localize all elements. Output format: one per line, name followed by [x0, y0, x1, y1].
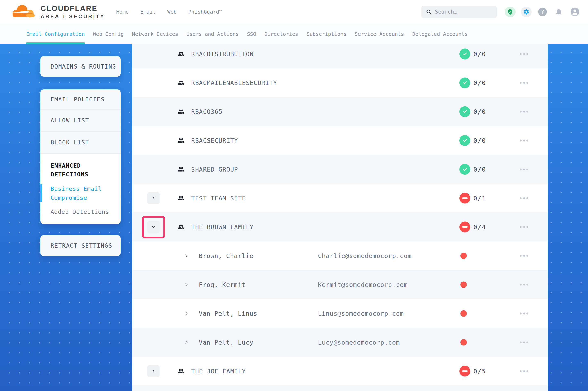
tab-network-devices[interactable]: Network Devices: [132, 24, 178, 44]
search-input[interactable]: [435, 9, 492, 15]
group-icon: [177, 137, 185, 144]
header-actions: ?: [421, 6, 588, 18]
nav-email[interactable]: Email: [140, 9, 155, 15]
brand-subtitle: AREA 1 SECURITY: [40, 13, 105, 19]
group-icon: [177, 166, 185, 173]
sidebar-item-retract-settings[interactable]: RETRACT SETTINGS: [40, 242, 112, 249]
expand-member-button[interactable]: [184, 340, 189, 344]
status-badge-blocked: [459, 366, 470, 377]
sidebar-item-domains-routing[interactable]: DOMAINS & ROUTING: [40, 63, 116, 70]
chevron-right-icon: [151, 369, 156, 373]
sidebar-item-added-detections[interactable]: Added Detections: [40, 208, 121, 215]
row-menu-button[interactable]: [519, 368, 529, 374]
sidebar-item-allow-list[interactable]: ALLOW LIST: [40, 110, 121, 132]
expand-group-button[interactable]: [147, 192, 160, 204]
row-menu-button[interactable]: [519, 253, 529, 259]
nav-home[interactable]: Home: [116, 9, 129, 15]
expand-member-button[interactable]: [184, 311, 189, 315]
account-icon: [570, 7, 580, 16]
sidebar-item-block-list[interactable]: BLOCK LIST: [40, 132, 121, 154]
expand-member-button[interactable]: [184, 254, 189, 258]
status-badge-enabled: [459, 48, 470, 59]
table-row: Frog, Kermit Kermit@somedemocorp.com: [132, 270, 548, 299]
member-name: Van Pelt, Lucy: [199, 339, 254, 346]
chevron-right-icon: [184, 283, 189, 287]
sidebar-card-domains-routing[interactable]: DOMAINS & ROUTING: [40, 56, 121, 77]
member-count: 0/0: [473, 50, 486, 58]
chevron-right-icon: [184, 254, 189, 258]
help-button[interactable]: ?: [537, 6, 548, 17]
nav-web[interactable]: Web: [167, 9, 177, 15]
sidebar-item-email-policies[interactable]: EMAIL POLICIES: [40, 89, 121, 110]
member-count: 0/5: [473, 368, 486, 375]
tab-email-configuration[interactable]: Email Configuration: [26, 24, 85, 44]
help-icon: ?: [538, 7, 547, 16]
row-menu-button[interactable]: [519, 108, 529, 114]
main-area: RBACDISTRUBUTION 0/0 RBACMAILENABLESECUR…: [0, 44, 588, 391]
group-name: SHARED_GROUP: [191, 166, 238, 173]
group-icon: [177, 79, 185, 87]
group-name: RBACDISTRUBUTION: [191, 50, 254, 57]
row-menu-button[interactable]: [519, 166, 529, 172]
row-menu-button[interactable]: [519, 137, 529, 143]
cloudflare-logo-icon: [11, 4, 38, 20]
tab-delegated-accounts[interactable]: Delegated Accounts: [412, 24, 468, 44]
group-icon: [177, 195, 185, 202]
table-row: RBACMAILENABLESECURITY 0/0: [132, 68, 548, 97]
group-icon: [177, 368, 185, 375]
group-name: RBACMAILENABLESECURITY: [191, 79, 277, 86]
row-menu-button[interactable]: [519, 310, 529, 316]
cloudflare-brand: CLOUDFLARE AREA 1 SECURITY: [0, 4, 105, 20]
row-menu-button[interactable]: [519, 51, 529, 57]
brand-title: CLOUDFLARE: [40, 4, 105, 13]
notifications-button[interactable]: [553, 6, 564, 17]
sidebar-card-retract-settings[interactable]: RETRACT SETTINGS: [40, 235, 121, 256]
notifications-bell-icon: [555, 8, 563, 16]
sidebar-item-enhanced-detections[interactable]: ENHANCED DETECTIONS: [40, 161, 108, 179]
member-count: 0/4: [473, 223, 486, 231]
table-row: RBACO365 0/0: [132, 97, 548, 126]
expand-member-button[interactable]: [184, 283, 189, 287]
group-icon: [177, 223, 185, 231]
search-icon: [426, 9, 432, 15]
table-row: RBACSECURITY 0/0: [132, 126, 548, 155]
row-menu-button[interactable]: [519, 224, 529, 230]
tab-directories[interactable]: Directories: [264, 24, 298, 44]
row-menu-button[interactable]: [519, 195, 529, 201]
group-icon: [177, 108, 185, 115]
groups-table: RBACDISTRUBUTION 0/0 RBACMAILENABLESECUR…: [132, 44, 548, 391]
status-dot-blocked: [460, 253, 467, 259]
member-count: 0/1: [473, 195, 486, 202]
status-dot-blocked: [460, 310, 467, 316]
row-menu-button[interactable]: [519, 339, 529, 345]
status-badge-enabled: [459, 106, 470, 117]
chevron-right-icon: [184, 311, 189, 315]
status-badge-enabled: [459, 77, 470, 88]
group-name: TEST TEAM SITE: [191, 195, 246, 202]
collapse-group-button[interactable]: [147, 221, 160, 233]
nav-phishguard[interactable]: PhishGuard™: [188, 9, 222, 15]
search-box[interactable]: [421, 6, 497, 18]
sidebar-card-email-policies: EMAIL POLICIES ALLOW LIST BLOCK LIST ENH…: [40, 89, 121, 224]
tab-subscriptions[interactable]: Subscriptions: [306, 24, 347, 44]
status-badge-blocked: [459, 193, 470, 203]
tab-sso[interactable]: SSO: [247, 24, 256, 44]
row-menu-button[interactable]: [519, 282, 529, 288]
account-button[interactable]: [570, 6, 580, 17]
member-email: Linus@somedemocorp.com: [318, 310, 404, 317]
security-shield-button[interactable]: [505, 6, 516, 17]
table-row: Van Pelt, Linus Linus@somedemocorp.com: [132, 299, 548, 328]
table-row: Brown, Charlie Charlie@somedemocorp.com: [132, 241, 548, 270]
chevron-down-icon: [151, 225, 156, 229]
sidebar-item-business-email-compromise[interactable]: Business Email Compromise: [40, 185, 110, 202]
row-menu-button[interactable]: [519, 80, 529, 86]
primary-nav: Home Email Web PhishGuard™: [116, 9, 222, 15]
tab-users-and-actions[interactable]: Users and Actions: [186, 24, 239, 44]
expand-group-button[interactable]: [147, 365, 160, 377]
tab-web-config[interactable]: Web Config: [93, 24, 124, 44]
settings-gear-icon: [523, 8, 530, 15]
table-row: SHARED_GROUP 0/0: [132, 155, 548, 184]
settings-button[interactable]: [521, 6, 532, 17]
table-row: Van Pelt, Lucy Lucy@somedemocorp.com: [132, 328, 548, 357]
tab-service-accounts[interactable]: Service Accounts: [355, 24, 404, 44]
